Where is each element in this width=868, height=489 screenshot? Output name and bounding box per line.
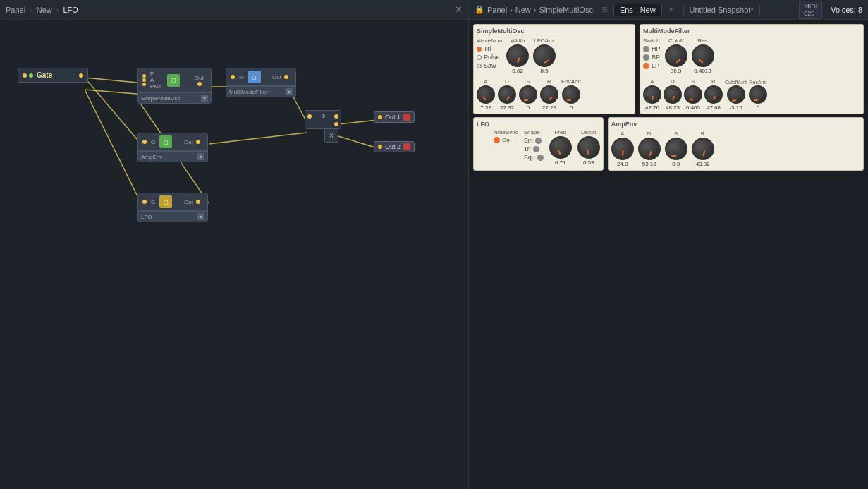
smo-port-pmo xyxy=(142,83,146,86)
ampenv-arrow[interactable]: ▼ xyxy=(197,153,204,160)
wave-tri[interactable]: Tri xyxy=(477,45,502,52)
cutoff-label: Cutoff xyxy=(668,37,683,44)
svg-line-9 xyxy=(338,136,377,148)
right-breadcrumb-smo[interactable]: SimpleMultiOsc xyxy=(539,6,593,14)
mmf-footer-label: MultiModeFilter xyxy=(229,89,268,95)
split-out1 xyxy=(334,114,338,119)
waveform-section: Waveform Tri Pulse Saw xyxy=(477,37,502,69)
saw-dot[interactable] xyxy=(477,64,482,68)
mmf-a-knob: A 42.76 xyxy=(643,78,661,111)
left-panel-header: Panel › New › LFO ✕ xyxy=(0,0,468,20)
freq-value: 0.71 xyxy=(555,159,566,166)
out1-node[interactable]: Out 1 xyxy=(374,111,415,123)
x-node[interactable]: X xyxy=(324,128,338,143)
wave-pulse[interactable]: Pulse xyxy=(477,54,502,61)
hp-switch[interactable]: HP xyxy=(643,45,661,52)
smo-section-title: SimpleMultiOsc xyxy=(477,28,632,35)
ampenv-section: AmpEnv A 24.8 D 53.18 S 0 xyxy=(608,117,864,171)
lp-dot[interactable] xyxy=(643,63,649,69)
res-knob[interactable] xyxy=(692,44,714,67)
close-button[interactable]: ✕ xyxy=(455,4,463,15)
pulse-label: Pulse xyxy=(484,54,500,61)
gate-label: Gate xyxy=(37,71,52,79)
ampenv-out-port xyxy=(196,140,200,144)
pulse-dot[interactable] xyxy=(477,55,482,60)
out1-in-port xyxy=(378,115,382,119)
right-breadcrumb-new[interactable]: New xyxy=(515,6,531,14)
bp-dot[interactable] xyxy=(643,54,649,61)
smo-s-knob: S 0 xyxy=(519,78,537,111)
mmf-out-port xyxy=(284,75,288,79)
ampenv-node[interactable]: G ◻ Out AmpEnv ▼ xyxy=(137,133,208,162)
right-panel-header: 🔒 Panel › New › SimpleMultiOsc ⊞ Ens - N… xyxy=(469,0,868,20)
mmf-in-port xyxy=(231,75,235,79)
shape-squ[interactable]: Squ xyxy=(524,154,544,161)
mmf-icon: ◻ xyxy=(248,71,261,83)
smo-envamt-knob: EnvAmt 0 xyxy=(561,78,581,111)
width-knob-container: Width 0.62 xyxy=(506,37,529,74)
hp-dot[interactable] xyxy=(643,46,649,52)
simplemultiosc-node[interactable]: PAPMo ◻ Out SimpleMultiOsc ▼ xyxy=(137,68,212,104)
midi-badge[interactable]: MIDI 020 xyxy=(799,1,822,19)
left-breadcrumb-lfo[interactable]: LFO xyxy=(63,6,78,14)
width-knob[interactable] xyxy=(506,44,529,67)
lfo-section: LFO NoteSync On Shape Sin xyxy=(473,117,604,171)
gate-left-port2 xyxy=(29,73,33,78)
lfo-g-port xyxy=(142,200,147,204)
tri-shape-dot[interactable] xyxy=(533,146,539,152)
mmf-resamt-knob: ResAmt 0 xyxy=(749,80,767,111)
on-dot[interactable] xyxy=(494,137,500,143)
cutoff-knob[interactable] xyxy=(665,44,687,67)
lfo-arrow[interactable]: ▼ xyxy=(197,213,204,220)
out2-indicator xyxy=(403,143,410,150)
lfo-out-port xyxy=(196,200,200,204)
out1-indicator xyxy=(403,114,410,121)
width-label: Width xyxy=(511,37,525,44)
squ-dot[interactable] xyxy=(537,155,544,161)
out2-node[interactable]: Out 2 xyxy=(374,141,415,152)
multimodefilter-node[interactable]: In ◻ Out MultiModeFilter ▼ xyxy=(226,68,296,97)
lfoamt-knob[interactable] xyxy=(533,44,556,67)
wave-saw[interactable]: Saw xyxy=(477,62,502,69)
splitter-node[interactable]: ⊕ xyxy=(305,110,341,129)
left-breadcrumb-new[interactable]: New xyxy=(37,6,52,14)
smo-footer-label: SimpleMultiOsc xyxy=(141,95,181,102)
freq-knob[interactable] xyxy=(549,136,572,159)
snapshot-label[interactable]: Untitled Snapshot* xyxy=(683,4,760,16)
smo-port-p xyxy=(142,74,146,78)
mmf-cutoffamt-knob: CutoffAmt -3.15 xyxy=(725,80,747,111)
tri-label: Tri xyxy=(484,45,491,52)
depth-knob-container: Depth 0.53 xyxy=(577,129,600,166)
smo-r-knob: R 27.29 xyxy=(540,78,558,111)
smo-a-knob: A 7.32 xyxy=(477,78,495,111)
left-panel: Panel › New › LFO ✕ xyxy=(0,0,469,489)
smo-port-a xyxy=(142,78,146,82)
mmf-arrow[interactable]: ▼ xyxy=(286,88,293,95)
notesync-on[interactable]: On xyxy=(494,137,518,143)
lock-icon[interactable]: 🔒 xyxy=(475,5,484,14)
shape-tri[interactable]: Tri xyxy=(524,145,544,152)
ampenv-a-knob: A 24.8 xyxy=(611,131,634,167)
tri-dot[interactable] xyxy=(477,47,482,52)
freq-knob-container: Freq 0.71 xyxy=(549,129,572,166)
ampenv-d-knob: D 53.18 xyxy=(638,131,661,167)
mmf-section-title: MultiModeFilter xyxy=(643,28,860,35)
smo-arrow[interactable]: ▼ xyxy=(201,95,208,102)
lp-switch[interactable]: LP xyxy=(643,62,661,69)
gate-node[interactable]: Gate xyxy=(18,68,88,83)
left-breadcrumb-panel[interactable]: Panel xyxy=(6,6,25,14)
patch-canvas: NotePitch Gate P xyxy=(0,20,468,489)
bp-switch[interactable]: BP xyxy=(643,54,661,61)
shape-sin[interactable]: Sin xyxy=(524,137,544,144)
lfo-footer-label: LFO xyxy=(141,214,152,220)
right-panel: 🔒 Panel › New › SimpleMultiOsc ⊞ Ens - N… xyxy=(469,0,868,489)
lfo-node[interactable]: G ◻ Out LFO ▼ xyxy=(137,193,208,222)
ampenv-r-knob: R 43.82 xyxy=(692,131,714,167)
mmf-d-knob: D 48.23 xyxy=(664,78,682,111)
sin-dot[interactable] xyxy=(535,138,542,144)
notesync-label: NoteSync xyxy=(494,129,518,135)
right-breadcrumb-panel[interactable]: Panel xyxy=(487,6,507,14)
depth-knob[interactable] xyxy=(577,136,600,159)
ens-name-display[interactable]: Ens - New xyxy=(613,4,662,16)
bottom-section-row: LFO NoteSync On Shape Sin xyxy=(473,117,864,171)
